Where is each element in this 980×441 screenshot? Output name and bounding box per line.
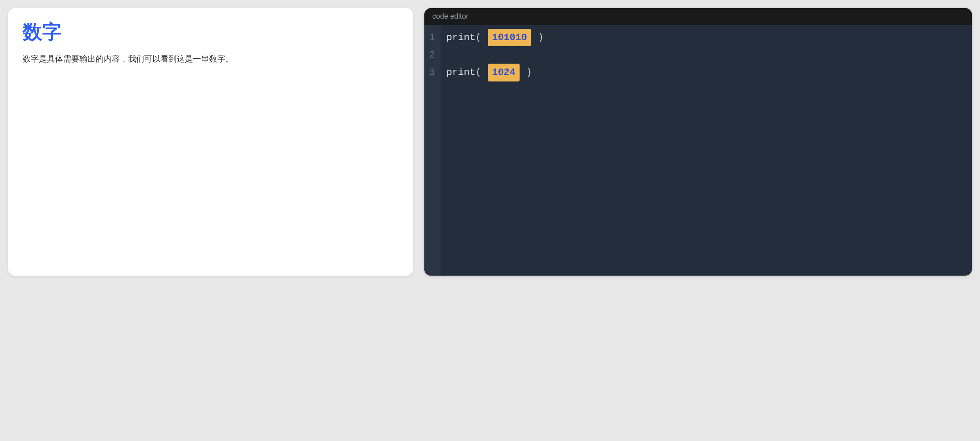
- code-token-space: [481, 32, 487, 43]
- line-number: 2: [428, 46, 437, 64]
- app-container: 数字 数字是具体需要输出的内容，我们可以看到这是一串数字。 code edito…: [8, 8, 972, 276]
- code-token-punctuation: (: [475, 67, 481, 78]
- code-editor-panel: code editor 123 print( 101010 ) print( 1…: [424, 8, 972, 276]
- lesson-body: 数字是具体需要输出的内容，我们可以看到这是一串数字。: [23, 52, 398, 66]
- editor-code-area[interactable]: print( 101010 ) print( 1024 ): [441, 25, 972, 276]
- editor-header: code editor: [424, 8, 972, 25]
- line-number: 1: [428, 29, 437, 46]
- code-token-punctuation: ): [538, 32, 543, 43]
- code-token-space: [481, 67, 487, 78]
- code-token-number-highlight: 1024: [488, 64, 520, 81]
- line-number: 3: [428, 64, 437, 81]
- code-token-number-highlight: 101010: [488, 29, 531, 46]
- code-line[interactable]: [446, 46, 966, 64]
- code-token-punctuation: ): [526, 67, 532, 78]
- lesson-title: 数字: [23, 20, 398, 44]
- code-token-function: print: [446, 67, 475, 78]
- lesson-panel: 数字 数字是具体需要输出的内容，我们可以看到这是一串数字。: [8, 8, 413, 276]
- editor-body: 123 print( 101010 ) print( 1024 ): [424, 25, 972, 276]
- code-token-space: [520, 67, 526, 78]
- code-token-space: [532, 32, 537, 43]
- code-line[interactable]: print( 101010 ): [446, 29, 966, 46]
- editor-gutter: 123: [424, 25, 441, 276]
- code-line[interactable]: print( 1024 ): [446, 64, 966, 81]
- code-token-function: print: [446, 32, 475, 43]
- code-token-punctuation: (: [475, 32, 481, 43]
